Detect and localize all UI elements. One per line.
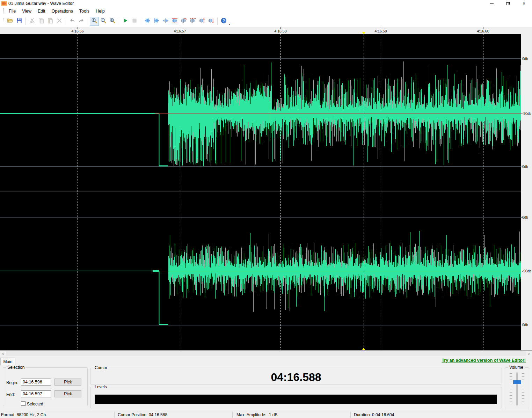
volume-group-label: Volume [508, 365, 525, 370]
redo-icon [78, 17, 85, 25]
stop-button[interactable] [130, 17, 139, 26]
db-scale-gutter: 0db-90db0db0db-90db0db [521, 34, 532, 350]
end-pick-button[interactable]: Pick [54, 390, 81, 397]
horizontal-scrollbar[interactable]: ‹ › [0, 350, 532, 356]
wave-selection-button[interactable] [170, 17, 179, 26]
wave-markers-button[interactable] [188, 17, 197, 26]
begin-pick-button[interactable]: Pick [54, 379, 81, 386]
toolbar-separator [141, 17, 141, 25]
status-bar: Format: 88200 Hz, 2 Ch.Cursor Position: … [0, 411, 532, 418]
copy-button[interactable] [37, 17, 46, 26]
waveform-canvas[interactable] [0, 34, 521, 350]
menu-operations[interactable]: Operations [49, 8, 76, 15]
cut-button[interactable] [28, 17, 37, 26]
menu-file[interactable]: File [6, 8, 19, 15]
toolbar-gripper [3, 19, 4, 24]
scroll-right-arrow[interactable]: › [526, 351, 532, 356]
status-separator [232, 412, 233, 418]
wave-split-button[interactable] [161, 17, 170, 26]
restore-button[interactable] [500, 0, 516, 7]
minimize-icon [490, 3, 494, 4]
selected-checkbox-label: Selected [27, 402, 43, 406]
cut-icon [29, 17, 35, 25]
wave-loop-button[interactable] [179, 17, 188, 26]
db-label: 0db [522, 165, 528, 169]
wave-trim-button[interactable] [152, 17, 161, 26]
title-bar: 01 Jimis Guitar.wav - Wave Editor × [0, 0, 532, 7]
end-input[interactable] [21, 390, 51, 397]
ruler-label: 4:16.58 [274, 29, 286, 33]
play-icon [122, 17, 129, 25]
toolbar-separator [119, 17, 119, 25]
wave-amplify-down-button[interactable] [206, 17, 216, 26]
close-button[interactable]: × [516, 0, 532, 7]
save-button[interactable] [15, 17, 24, 26]
wave-fade-button[interactable] [143, 17, 152, 26]
tab-main[interactable]: Main [0, 358, 15, 365]
ruler-label: 4:16.59 [374, 29, 387, 33]
menu-help[interactable]: Help [93, 8, 108, 15]
zoom-in-button[interactable] [90, 17, 99, 26]
menu-view[interactable]: View [19, 8, 35, 15]
paste-button[interactable] [46, 17, 55, 26]
volume-ticks-right [522, 373, 524, 405]
db-label: -90db [522, 269, 531, 273]
menu-bar: FileViewEditOperationsToolsHelp [0, 7, 532, 15]
ruler-label: 4:16.57 [174, 29, 186, 33]
volume-group: Volume [505, 367, 529, 408]
svg-text:?: ? [223, 18, 225, 22]
paste-icon [47, 17, 53, 25]
wave-selection-icon [172, 17, 178, 25]
wave-fade-icon [144, 17, 151, 25]
selection-group: Selection Begin: Pick End: Pick Selected [3, 367, 88, 406]
redo-button[interactable] [77, 17, 86, 26]
undo-icon [69, 17, 75, 25]
delete-icon [56, 17, 63, 25]
ruler-label: 4:16.56 [71, 29, 83, 33]
ruler-label: 4:16.60 [477, 29, 489, 33]
levels-group: Levels [90, 387, 502, 408]
cursor-group: Cursor 04:16.588 [90, 368, 502, 384]
delete-button[interactable] [55, 17, 64, 26]
wave-editor-window: 01 Jimis Guitar.wav - Wave Editor × File… [0, 0, 532, 418]
scroll-left-arrow[interactable]: ‹ [0, 351, 6, 356]
status-item: Cursor Position: 04:16.588 [118, 412, 167, 417]
menu-gripper [3, 8, 4, 14]
toolbar-separator [217, 17, 218, 25]
status-item: Max. Amplitude: -1 dB [236, 412, 277, 417]
toolbar-separator [88, 17, 88, 25]
begin-input[interactable] [21, 379, 51, 386]
db-label: -90db [522, 112, 531, 116]
play-button[interactable] [121, 17, 130, 26]
db-label: 0db [522, 57, 528, 61]
volume-slider-track[interactable] [516, 373, 518, 405]
end-label: End: [6, 392, 15, 397]
save-icon [16, 17, 22, 25]
cursor-group-label: Cursor [93, 365, 109, 370]
stop-icon [131, 17, 138, 25]
open-button[interactable] [6, 17, 15, 26]
wave-amplify-up-button[interactable] [197, 17, 206, 26]
help-dropdown-caret[interactable]: ▾ [229, 23, 230, 27]
begin-label: Begin: [6, 380, 18, 385]
db-label: 0db [522, 323, 528, 327]
app-icon [1, 1, 7, 6]
menu-tools[interactable]: Tools [76, 8, 93, 15]
zoom-normal-button[interactable] [108, 17, 117, 26]
undo-button[interactable] [68, 17, 77, 26]
zoom-out-icon [100, 17, 107, 25]
minimize-button[interactable] [484, 0, 500, 7]
zoom-normal-icon [109, 17, 116, 25]
menu-edit[interactable]: Edit [35, 8, 49, 15]
volume-slider-handle[interactable] [513, 380, 521, 384]
zoom-out-button[interactable] [99, 17, 108, 26]
levels-group-label: Levels [93, 384, 108, 389]
time-ruler[interactable]: 4:16.564:16.574:16.584:16.594:16.60 [0, 27, 532, 34]
upgrade-link[interactable]: Try an advanced version of Wave Editor! [442, 358, 526, 363]
selected-checkbox[interactable] [21, 401, 25, 406]
scrollbar-thumb[interactable] [6, 351, 526, 356]
help-icon: ? [221, 17, 227, 25]
help-button[interactable]: ? [219, 17, 228, 26]
copy-icon [38, 17, 44, 25]
control-panel: Selection Begin: Pick End: Pick Selected… [0, 365, 532, 411]
